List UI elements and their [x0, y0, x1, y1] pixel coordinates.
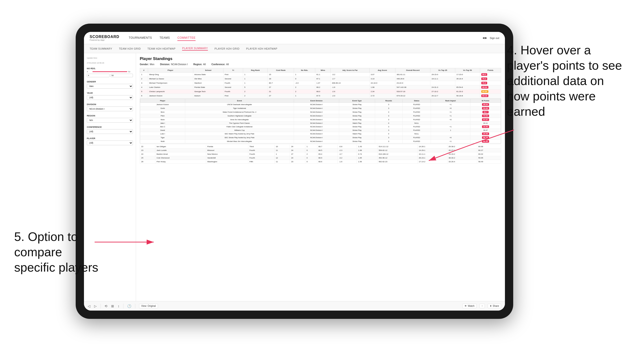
app-subtitle: Powered by clippi [90, 39, 120, 41]
exp-cell-type: Stroke Play [339, 140, 375, 143]
cell-conf-rank: 15 [268, 72, 294, 77]
cell-vs-top25: 20-12-7 [430, 94, 455, 98]
subnav-team-h2h-grid[interactable]: TEAM H2H GRID [119, 47, 141, 50]
sidebar-division-section: Division NCAA Division I [87, 103, 133, 111]
watch-button[interactable]: 👁 Watch [462, 304, 476, 308]
cell-num: 1 [140, 72, 148, 77]
cell-no-rds: 2 [294, 85, 315, 90]
cell-no-rds: 2 [294, 90, 315, 94]
exp-cell-division: NCAA Division I [294, 125, 339, 129]
cell-num: 5 [140, 90, 148, 94]
subnav-player-h2h-grid[interactable]: PLAYER H2H GRID [214, 47, 240, 50]
annotation-top-right: 4. Hover over a player's points to see a… [507, 42, 625, 119]
share-button[interactable]: ⬆ Share [488, 304, 501, 308]
sidebar-range-min-input[interactable] [87, 74, 110, 77]
exp-cell-status: PLAYED [402, 118, 431, 122]
exp-cell-rounds: 3 [375, 140, 402, 143]
sidebar-range-max-input[interactable] [110, 74, 133, 77]
exp-cell-player: More [140, 118, 185, 122]
sidebar-region-section: Region N/A [87, 115, 133, 123]
sidebar-range-inputs [87, 74, 133, 77]
exp-cell-division: NCAA Division I [294, 107, 339, 110]
subnav-player-h2h-heatmap[interactable]: PLAYER H2H HEATMAP [246, 47, 278, 50]
exp-cell-status: NULL [402, 122, 431, 125]
exp-cell-player: Luke I [140, 132, 185, 136]
exp-cell-player: Bren [140, 110, 185, 114]
cell-points[interactable]: 68.18 [480, 94, 501, 98]
cell-reg-rank: 12 [274, 156, 290, 160]
toolbar-clock-icon[interactable]: 🕐 [127, 304, 131, 308]
cell-points[interactable]: 88.2 [480, 72, 501, 77]
exp-cell-division: NCAA Division I [294, 140, 339, 143]
sidebar-region-select[interactable]: N/A [87, 118, 133, 123]
view-original-button[interactable]: View: Original [139, 304, 158, 308]
subnav-player-summary[interactable]: PLAYER SUMMARY [182, 47, 208, 50]
nav-teams[interactable]: TEAMS [160, 35, 170, 41]
toolbar-back-icon[interactable]: ◁ [88, 304, 90, 308]
col-conf-rank: Conf Rank [268, 68, 294, 72]
cell-conf-rank: 24 [290, 156, 305, 160]
logo-area: SCOREBOARD Powered by clippi [90, 35, 120, 41]
exp-cell-points: 46.7 [470, 110, 501, 114]
sidebar-division-select[interactable]: NCAA Division I [87, 107, 133, 111]
cell-adj-score: -2.6 [331, 90, 370, 94]
table-row: 6 Jackson Koizon Auburn First 2 27 1 87.… [140, 94, 501, 98]
cell-points[interactable]: 76.2 [480, 77, 501, 81]
cell-avg-score: 2.72 [370, 94, 395, 98]
sidebar-year-label: Year [87, 92, 133, 94]
filter-row: Gender: Men Division: NCAA Division I Re… [140, 63, 501, 66]
cell-no-rds: 1 [305, 145, 317, 149]
exp-cell-player: Jackson Koizon [140, 103, 185, 107]
cell-points[interactable]: 80.89 [480, 90, 501, 94]
sidebar-player-select[interactable]: (All) [87, 141, 133, 145]
cell-vs-top50: 50-16-8 [455, 94, 480, 98]
cell-reg-rank: 10 [274, 145, 290, 149]
nav-committee[interactable]: COMMITTEE [178, 35, 196, 41]
exp-col-player: Player [140, 99, 185, 103]
sidebar-gender-select[interactable]: Men [87, 84, 133, 89]
cell-overall: 547-142-38 [396, 85, 430, 90]
top-nav: SCOREBOARD Powered by clippi TOURNAMENTS… [84, 32, 505, 44]
cell-conf-rank: 18 [268, 77, 294, 81]
table-row-highlighted: 5 Christo Lamprecht Georgia Tech Fourth … [140, 90, 501, 94]
table-row: 1 Wenyi Ding Arizona State First 1 15 1 … [140, 72, 501, 77]
export-button[interactable]: ↑ [480, 304, 485, 308]
sidebar-year-select[interactable]: (All) [87, 95, 133, 100]
subnav-team-h2h-heatmap[interactable]: TEAM H2H HEATMAP [147, 47, 176, 50]
sidebar-range-min: 4 [87, 71, 92, 73]
cell-vs-top50: 35-16-4 [455, 77, 480, 81]
cell-wins: 68.0 [315, 90, 331, 94]
watch-icon: 👁 [464, 305, 467, 307]
subnav-team-summary[interactable]: TEAM SUMMARY [90, 47, 112, 50]
exp-cell-status: PLAYED [402, 103, 431, 107]
exp-cell-rounds: 0 [375, 122, 402, 125]
cell-avg-score: 1.43 [357, 145, 378, 149]
cell-adj-score: -2.0 [331, 94, 370, 98]
sign-out-link[interactable]: Sign out [490, 37, 499, 39]
cell-adj-score: 208-06-13 [331, 81, 370, 85]
exp-cell-type: Match Play [339, 132, 375, 136]
exp-cell-division: NCAA Division I [294, 114, 339, 118]
cell-school: Georgia Tech [193, 90, 223, 94]
cell-wins: 69.4 [317, 152, 338, 156]
exp-cell-player: Alex C [140, 125, 185, 129]
cell-reg-rank: 2 [243, 94, 268, 98]
sidebar-conference-select[interactable]: (All) [87, 129, 133, 134]
nav-tournaments[interactable]: TOURNAMENTS [129, 35, 152, 41]
toolbar-sort-icon[interactable]: ↕ [118, 304, 120, 308]
exp-cell-rounds: 3 [375, 136, 402, 140]
toolbar-right: 👁 Watch ↑ ⬆ Share [462, 304, 501, 308]
cell-points[interactable]: 70.2 [480, 81, 501, 85]
cell-wins: 88.5 [317, 149, 338, 152]
list-item: Pitch Southern Highlands Collegiate NCAA… [140, 114, 501, 118]
outer-wrapper: SCOREBOARD Powered by clippi TOURNAMENTS… [0, 0, 644, 346]
cell-avg-score: 22-10-0 [370, 81, 395, 85]
cell-points[interactable]: 88.94 [480, 85, 501, 90]
filter-division: Division: NCAA Division I [160, 63, 188, 66]
toolbar-refresh-icon[interactable]: ⟲ [104, 304, 107, 308]
toolbar-grid-icon[interactable]: ⊞ [111, 304, 114, 308]
cell-reg-rank: 1 [243, 72, 268, 77]
sidebar-range-slider[interactable] [92, 71, 127, 72]
cell-vs-top25: 27-10-2 [430, 90, 455, 94]
toolbar-forward-icon[interactable]: ▷ [94, 304, 97, 308]
